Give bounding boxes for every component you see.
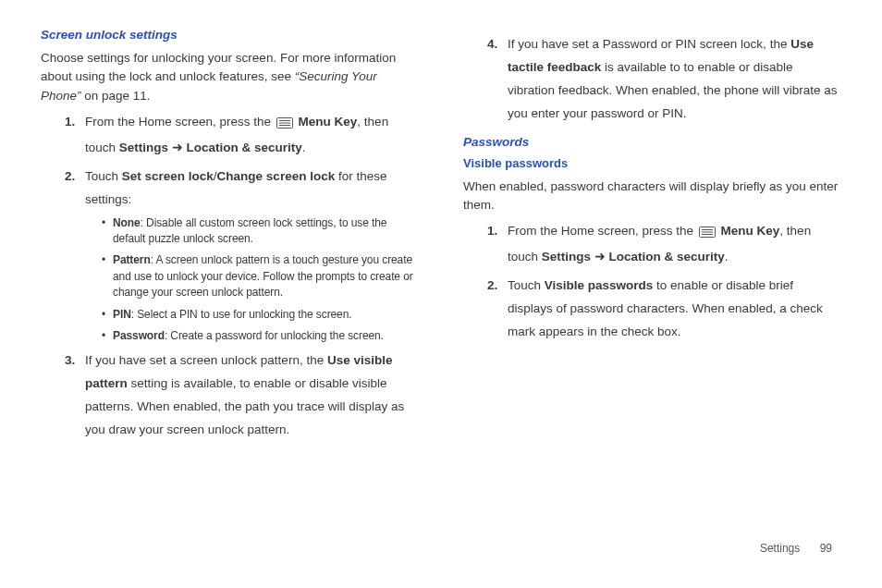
right-column: If you have set a Password or PIN screen… bbox=[441, 28, 841, 447]
text: If you have set a Password or PIN screen… bbox=[508, 37, 790, 51]
bold: Visible passwords bbox=[545, 278, 654, 292]
menu-key-icon bbox=[276, 114, 293, 137]
bullet-pattern: Pattern: A screen unlock pattern is a to… bbox=[102, 252, 419, 300]
page-footer: Settings 99 bbox=[760, 542, 832, 555]
heading-passwords: Passwords bbox=[463, 135, 841, 149]
footer-page-number: 99 bbox=[820, 542, 832, 555]
bullet-password: Password: Create a password for unlockin… bbox=[102, 328, 419, 344]
bold: Location & security bbox=[187, 141, 302, 154]
text: . bbox=[302, 141, 306, 154]
text: From the Home screen, press the bbox=[85, 115, 275, 129]
bold: Password bbox=[113, 329, 165, 342]
bold: Settings bbox=[119, 141, 168, 154]
bullet-none: None: Disable all custom screen lock set… bbox=[102, 215, 419, 248]
right-step-2: Touch Visible passwords to enable or dis… bbox=[487, 275, 841, 344]
bold: Location & security bbox=[609, 250, 725, 263]
page: Screen unlock settings Choose settings f… bbox=[0, 0, 882, 447]
text: : A screen unlock pattern is a touch ges… bbox=[113, 253, 413, 299]
right-intro: When enabled, password characters will d… bbox=[463, 178, 841, 215]
left-step-2: Touch Set screen lock/Change screen lock… bbox=[65, 165, 419, 345]
left-steps: From the Home screen, press the Menu Key… bbox=[41, 111, 419, 442]
bold: Set screen lock bbox=[122, 169, 214, 183]
intro-text-2: on page 11. bbox=[81, 89, 151, 103]
text: setting is available, to enable or disab… bbox=[85, 376, 404, 436]
bold: None bbox=[113, 216, 141, 229]
text: : Select a PIN to use for unlocking the … bbox=[131, 308, 352, 321]
text: . bbox=[725, 250, 729, 263]
right-step-4: If you have set a Password or PIN screen… bbox=[487, 33, 841, 126]
right-steps: From the Home screen, press the Menu Key… bbox=[463, 220, 841, 344]
right-step-1: From the Home screen, press the Menu Key… bbox=[487, 220, 841, 269]
left-step-3: If you have set a screen unlock pattern,… bbox=[65, 349, 419, 442]
arrow: ➜ bbox=[168, 141, 187, 154]
arrow: ➜ bbox=[591, 250, 609, 263]
bold: Menu Key bbox=[721, 224, 780, 238]
left-column: Screen unlock settings Choose settings f… bbox=[41, 28, 441, 447]
intro-paragraph: Choose settings for unlocking your scree… bbox=[41, 49, 419, 105]
left-step-1: From the Home screen, press the Menu Key… bbox=[65, 111, 419, 160]
footer-section: Settings bbox=[760, 542, 800, 555]
right-steps-cont: If you have set a Password or PIN screen… bbox=[463, 33, 841, 126]
text: : Disable all custom screen lock setting… bbox=[113, 216, 386, 245]
bullet-pin: PIN: Select a PIN to use for unlocking t… bbox=[102, 307, 419, 323]
text: If you have set a screen unlock pattern,… bbox=[85, 353, 327, 367]
text: Touch bbox=[85, 169, 122, 183]
heading-visible-passwords: Visible passwords bbox=[463, 156, 841, 170]
bold: PIN bbox=[113, 308, 131, 321]
text: From the Home screen, press the bbox=[508, 224, 697, 238]
bold: Change screen lock bbox=[217, 169, 336, 183]
heading-screen-unlock: Screen unlock settings bbox=[41, 28, 419, 42]
text: : Create a password for unlocking the sc… bbox=[165, 329, 384, 342]
bold: Settings bbox=[542, 250, 591, 263]
left-bullets: None: Disable all custom screen lock set… bbox=[85, 215, 419, 345]
bold: Pattern bbox=[113, 253, 151, 266]
menu-key-icon bbox=[699, 223, 716, 246]
text: Touch bbox=[508, 278, 545, 292]
bold: Menu Key bbox=[299, 115, 358, 129]
